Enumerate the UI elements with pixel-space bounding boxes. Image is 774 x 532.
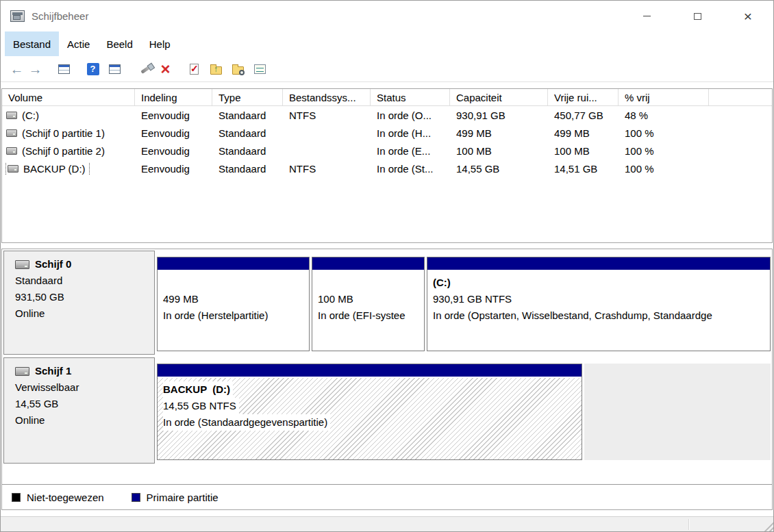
- window-title: Schijfbeheer: [32, 10, 88, 22]
- resize-grip[interactable]: [762, 520, 773, 531]
- disk-1-partitions: BACKUP (D:) 14,55 GB NTFS In orde (Stand…: [157, 357, 771, 464]
- disk-1-info-panel[interactable]: Schijf 1 Verwisselbaar 14,55 GB Online: [3, 357, 155, 464]
- delete-volume-button[interactable]: ×: [156, 60, 175, 78]
- menu-beeld[interactable]: Beeld: [98, 31, 140, 56]
- cell-capaciteit: 930,91 GB: [450, 110, 548, 121]
- menu-bestand[interactable]: Bestand: [5, 31, 59, 56]
- col-pct-vrij[interactable]: % vrij: [619, 89, 709, 106]
- table-row-backup[interactable]: BACKUP (D:) Eenvoudig Standaard NTFS In …: [2, 160, 772, 177]
- volume-icon: [6, 129, 17, 137]
- disk-size: 14,55 GB: [15, 396, 151, 412]
- partition-label: [163, 275, 303, 291]
- cell-status: In orde (O...: [371, 110, 450, 121]
- col-capaciteit[interactable]: Capaciteit: [450, 89, 548, 106]
- partition-header-bar: [427, 257, 770, 271]
- partition-size: 100 MB: [318, 291, 419, 307]
- details-pane-icon: [109, 64, 121, 74]
- cell-capaciteit: 100 MB: [450, 145, 548, 157]
- menu-actie[interactable]: Actie: [59, 31, 98, 56]
- volume-name: BACKUP (D:): [23, 163, 86, 175]
- cell-indeling: Eenvoudig: [135, 127, 212, 139]
- cell-fs: NTFS: [283, 163, 371, 175]
- col-vrije-ruimte[interactable]: Vrije rui...: [548, 89, 619, 106]
- forward-button[interactable]: →: [26, 60, 45, 78]
- cell-status: In orde (St...: [371, 163, 450, 175]
- legend-label: Primaire partitie: [147, 492, 219, 503]
- partition-c[interactable]: (C:) 930,91 GB NTFS In orde (Opstarten, …: [427, 257, 771, 351]
- help-icon: ?: [87, 63, 99, 75]
- window-controls: ×: [621, 1, 773, 31]
- close-button[interactable]: ×: [723, 1, 773, 31]
- partition-size: 930,91 GB NTFS: [433, 291, 764, 307]
- cell-pct: 100 %: [619, 145, 709, 157]
- back-button[interactable]: ←: [8, 60, 26, 78]
- table-row-partitie1[interactable]: (Schijf 0 partitie 1) Eenvoudig Standaar…: [2, 124, 772, 142]
- disk-0-info-panel[interactable]: Schijf 0 Standaard 931,50 GB Online: [3, 251, 155, 355]
- cell-type: Standaard: [212, 110, 283, 121]
- cell-type: Standaard: [212, 127, 283, 139]
- disk-row-1: Schijf 1 Verwisselbaar 14,55 GB Online B…: [3, 357, 771, 464]
- volume-icon: [6, 112, 17, 119]
- partition-label: BACKUP (D:): [163, 381, 233, 398]
- disk-status: Online: [15, 305, 151, 322]
- cell-vrij: 14,51 GB: [548, 163, 619, 175]
- legend-primary-partition: Primaire partitie: [132, 492, 219, 503]
- maximize-button[interactable]: [672, 1, 723, 31]
- partition-status: In orde (Opstarten, Wisselbestand, Crash…: [433, 307, 764, 324]
- wizard-button[interactable]: [138, 60, 156, 78]
- col-filler: [709, 89, 772, 106]
- volume-name: (C:): [22, 110, 39, 121]
- partition-size: 14,55 GB NTFS: [163, 398, 239, 414]
- back-icon: ←: [10, 62, 24, 76]
- disk-rows: Schijf 0 Standaard 931,50 GB Online 499 …: [2, 249, 772, 465]
- details-pane-button[interactable]: [105, 60, 124, 78]
- folder-search-icon: [232, 66, 244, 75]
- disk-icon: [15, 367, 29, 376]
- col-status[interactable]: Status: [371, 89, 450, 106]
- properties-button[interactable]: [251, 60, 269, 78]
- disk-status: Online: [15, 412, 151, 429]
- legend-unallocated: Niet-toegewezen: [12, 492, 104, 503]
- menu-help[interactable]: Help: [141, 31, 179, 56]
- explore-folder-button[interactable]: [229, 60, 247, 78]
- folder-up-icon: ↑: [210, 66, 222, 75]
- help-button[interactable]: ?: [84, 60, 102, 78]
- volume-name: (Schijf 0 partitie 1): [22, 127, 105, 139]
- col-volume[interactable]: Volume: [2, 89, 135, 106]
- partition-efi[interactable]: 100 MB In orde (EFI-systee: [312, 257, 425, 351]
- app-icon: [10, 10, 25, 22]
- cell-capaciteit: 499 MB: [450, 127, 548, 139]
- minimize-button[interactable]: [621, 1, 672, 31]
- partition-recovery[interactable]: 499 MB In orde (Herstelpartitie): [157, 257, 310, 351]
- cell-vrij: 499 MB: [548, 127, 619, 139]
- minimize-icon: [643, 16, 651, 16]
- cell-type: Standaard: [212, 145, 283, 157]
- col-bestandssysteem[interactable]: Bestandssys...: [283, 89, 371, 106]
- console-tree-icon: [58, 64, 70, 74]
- col-indeling[interactable]: Indeling: [135, 89, 212, 106]
- partition-header-bar: [158, 257, 309, 271]
- empty-disk-area: [584, 364, 771, 460]
- menubar: Bestand Actie Beeld Help: [1, 31, 773, 56]
- cell-capaciteit: 14,55 GB: [450, 163, 548, 175]
- cell-pct: 48 %: [619, 110, 709, 121]
- cell-status: In orde (E...: [371, 145, 450, 157]
- table-row-partitie2[interactable]: (Schijf 0 partitie 2) Eenvoudig Standaar…: [2, 142, 772, 160]
- partition-backup-d[interactable]: BACKUP (D:) 14,55 GB NTFS In orde (Stand…: [157, 364, 582, 460]
- disk-media-type: Standaard: [15, 273, 151, 289]
- legend-label: Niet-toegewezen: [27, 492, 104, 503]
- table-row-c[interactable]: (C:) Eenvoudig Standaard NTFS In orde (O…: [2, 106, 772, 124]
- cell-vrij: 450,77 GB: [548, 110, 619, 121]
- verify-document-button[interactable]: ✓: [185, 60, 203, 78]
- cell-fs: NTFS: [283, 110, 371, 121]
- cell-vrij: 100 MB: [548, 145, 619, 157]
- console-tree-button[interactable]: [55, 60, 73, 78]
- partition-status: In orde (EFI-systee: [318, 307, 419, 324]
- col-type[interactable]: Type: [212, 89, 283, 106]
- cell-indeling: Eenvoudig: [135, 163, 212, 175]
- partition-header-bar: [158, 364, 582, 378]
- close-icon: ×: [744, 9, 752, 23]
- open-parent-folder-button[interactable]: ↑: [207, 60, 225, 78]
- disk-0-partitions: 499 MB In orde (Herstelpartitie) 100 MB …: [157, 251, 771, 355]
- properties-icon: [254, 64, 266, 74]
